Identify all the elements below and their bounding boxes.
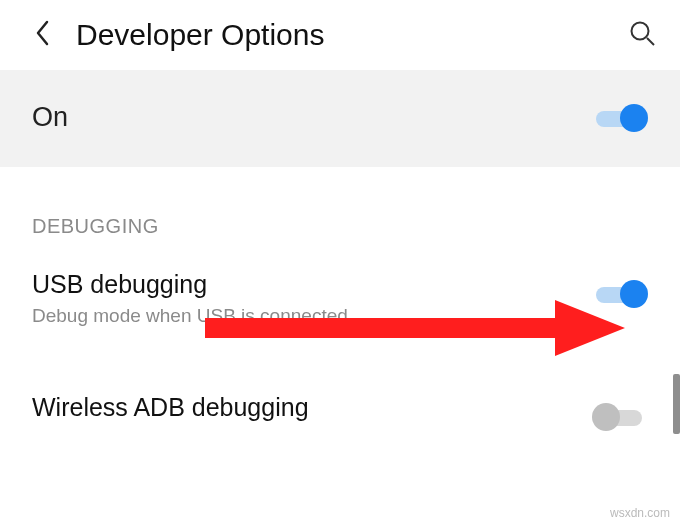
page-title: Developer Options [76, 18, 628, 52]
usb-debugging-title: USB debugging [32, 270, 592, 299]
svg-point-0 [632, 23, 649, 40]
wireless-adb-toggle-wrap [592, 393, 648, 431]
wireless-adb-title: Wireless ADB debugging [32, 393, 592, 422]
usb-debugging-row[interactable]: USB debugging Debug mode when USB is con… [0, 252, 680, 347]
usb-debugging-toggle[interactable] [592, 280, 648, 308]
svg-line-1 [647, 38, 654, 45]
back-icon[interactable] [34, 19, 52, 51]
usb-debugging-text: USB debugging Debug mode when USB is con… [32, 270, 592, 327]
master-toggle-row: On [0, 70, 680, 167]
wireless-adb-toggle[interactable] [592, 403, 648, 431]
wireless-adb-text: Wireless ADB debugging [32, 393, 592, 422]
search-icon[interactable] [628, 19, 656, 51]
master-toggle-label: On [32, 102, 68, 133]
usb-debugging-toggle-wrap [592, 270, 648, 308]
app-header: Developer Options [0, 0, 680, 70]
master-toggle[interactable] [592, 104, 648, 132]
toggle-thumb [592, 403, 620, 431]
watermark: wsxdn.com [610, 506, 670, 520]
toggle-thumb [620, 104, 648, 132]
wireless-adb-row[interactable]: Wireless ADB debugging [0, 347, 680, 451]
toggle-thumb [620, 280, 648, 308]
usb-debugging-subtitle: Debug mode when USB is connected [32, 305, 592, 327]
debugging-section-header: DEBUGGING [0, 167, 680, 252]
scrollbar[interactable] [673, 374, 680, 434]
